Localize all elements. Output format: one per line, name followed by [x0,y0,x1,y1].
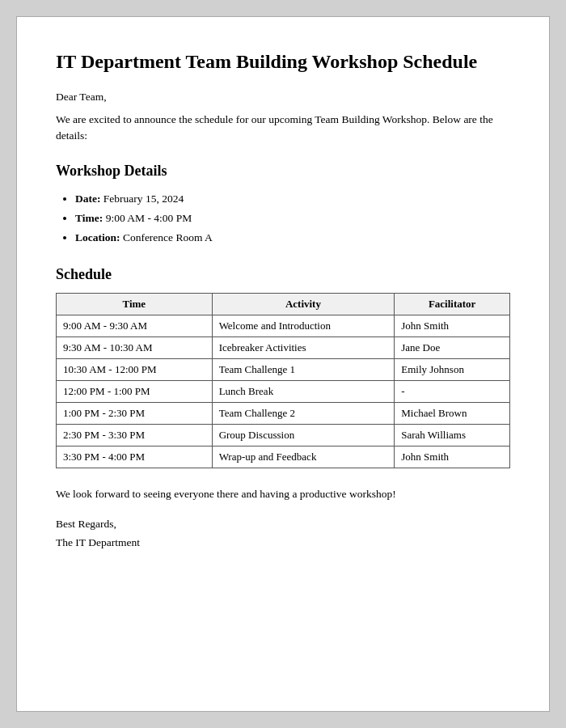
table-body: 9:00 AM - 9:30 AMWelcome and Introductio… [57,315,510,468]
signoff-line2: The IT Department [56,534,510,552]
table-cell: 3:30 PM - 4:00 PM [57,446,213,468]
table-cell: Michael Brown [395,402,510,424]
table-cell: 10:30 AM - 12:00 PM [57,358,213,380]
detail-item: Date: February 15, 2024 [75,189,510,209]
sign-off: Best Regards, The IT Department [56,515,510,552]
intro-text: We are excited to announce the schedule … [56,112,510,145]
table-cell: Team Challenge 2 [212,402,395,424]
table-column-header: Time [57,293,213,315]
table-cell: 12:00 PM - 1:00 PM [57,380,213,402]
table-column-header: Activity [212,293,395,315]
table-cell: 2:30 PM - 3:30 PM [57,424,213,446]
table-cell: Group Discussion [212,424,395,446]
table-cell: 9:30 AM - 10:30 AM [57,336,213,358]
detail-item: Time: 9:00 AM - 4:00 PM [75,209,510,228]
workshop-details-heading: Workshop Details [56,163,510,180]
schedule-heading: Schedule [56,266,510,283]
table-cell: John Smith [395,446,510,468]
greeting-text: Dear Team, [56,91,510,104]
table-cell: Icebreaker Activities [212,336,395,358]
table-cell: Jane Doe [395,336,510,358]
table-cell: 9:00 AM - 9:30 AM [57,315,213,336]
table-cell: - [395,380,510,402]
table-row: 9:00 AM - 9:30 AMWelcome and Introductio… [57,315,510,336]
table-row: 1:00 PM - 2:30 PMTeam Challenge 2Michael… [57,402,510,424]
document-page: IT Department Team Building Workshop Sch… [16,16,550,712]
table-row: 3:30 PM - 4:00 PMWrap-up and FeedbackJoh… [57,446,510,468]
table-cell: Lunch Break [212,380,395,402]
table-cell: Sarah Williams [395,424,510,446]
table-row: 12:00 PM - 1:00 PMLunch Break- [57,380,510,402]
table-column-header: Facilitator [395,293,510,315]
table-cell: Emily Johnson [395,358,510,380]
closing-text: We look forward to seeing everyone there… [56,486,510,502]
signoff-line1: Best Regards, [56,515,510,534]
table-row: 10:30 AM - 12:00 PMTeam Challenge 1Emily… [57,358,510,380]
table-cell: Welcome and Introduction [212,315,395,336]
table-header-row: TimeActivityFacilitator [57,293,510,315]
detail-item: Location: Conference Room A [75,228,510,248]
schedule-table: TimeActivityFacilitator 9:00 AM - 9:30 A… [56,293,510,468]
table-cell: John Smith [395,315,510,336]
table-cell: Wrap-up and Feedback [212,446,395,468]
document-title: IT Department Team Building Workshop Sch… [56,49,510,74]
table-row: 9:30 AM - 10:30 AMIcebreaker ActivitiesJ… [57,336,510,358]
details-list: Date: February 15, 2024Time: 9:00 AM - 4… [56,189,510,248]
table-cell: 1:00 PM - 2:30 PM [57,402,213,424]
table-row: 2:30 PM - 3:30 PMGroup DiscussionSarah W… [57,424,510,446]
table-cell: Team Challenge 1 [212,358,395,380]
schedule-section: Schedule TimeActivityFacilitator 9:00 AM… [56,266,510,468]
